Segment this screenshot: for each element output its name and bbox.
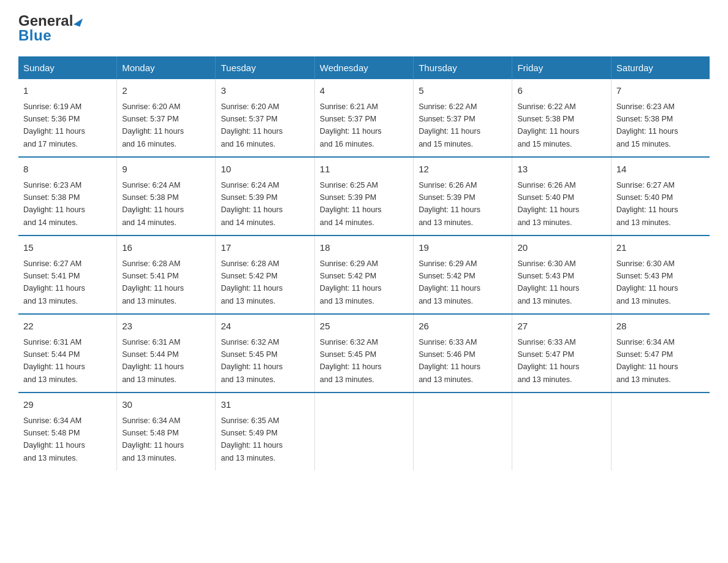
day-number: 11 xyxy=(320,163,408,177)
day-number: 18 xyxy=(320,241,408,255)
calendar-cell: 17 Sunrise: 6:28 AMSunset: 5:42 PMDaylig… xyxy=(216,236,314,314)
day-number: 6 xyxy=(517,84,605,98)
day-info: Sunrise: 6:28 AMSunset: 5:41 PMDaylight:… xyxy=(122,259,184,305)
day-info: Sunrise: 6:35 AMSunset: 5:49 PMDaylight:… xyxy=(221,416,282,462)
day-info: Sunrise: 6:28 AMSunset: 5:42 PMDaylight:… xyxy=(221,259,282,305)
day-info: Sunrise: 6:26 AMSunset: 5:40 PMDaylight:… xyxy=(517,181,579,227)
header-friday: Friday xyxy=(512,56,611,79)
calendar-cell xyxy=(314,393,413,470)
calendar-cell: 24 Sunrise: 6:32 AMSunset: 5:45 PMDaylig… xyxy=(216,314,314,393)
day-info: Sunrise: 6:26 AMSunset: 5:39 PMDaylight:… xyxy=(419,181,480,227)
calendar-cell: 30 Sunrise: 6:34 AMSunset: 5:48 PMDaylig… xyxy=(117,393,216,470)
calendar-cell xyxy=(512,393,611,470)
day-number: 16 xyxy=(122,241,210,255)
header-wednesday: Wednesday xyxy=(314,56,413,79)
calendar-cell: 21 Sunrise: 6:30 AMSunset: 5:43 PMDaylig… xyxy=(611,236,710,314)
day-info: Sunrise: 6:20 AMSunset: 5:37 PMDaylight:… xyxy=(122,102,184,148)
day-number: 27 xyxy=(517,320,605,334)
day-info: Sunrise: 6:29 AMSunset: 5:42 PMDaylight:… xyxy=(419,259,480,305)
day-number: 29 xyxy=(23,398,112,412)
day-info: Sunrise: 6:22 AMSunset: 5:37 PMDaylight:… xyxy=(419,102,480,148)
day-info: Sunrise: 6:27 AMSunset: 5:41 PMDaylight:… xyxy=(23,259,85,305)
calendar-table: Sunday Monday Tuesday Wednesday Thursday… xyxy=(18,56,710,470)
calendar-cell: 18 Sunrise: 6:29 AMSunset: 5:42 PMDaylig… xyxy=(314,236,413,314)
calendar-cell: 7 Sunrise: 6:23 AMSunset: 5:38 PMDayligh… xyxy=(611,79,710,157)
calendar-cell: 9 Sunrise: 6:24 AMSunset: 5:38 PMDayligh… xyxy=(117,157,216,236)
header-tuesday: Tuesday xyxy=(216,56,314,79)
day-number: 30 xyxy=(122,398,210,412)
calendar-cell: 22 Sunrise: 6:31 AMSunset: 5:44 PMDaylig… xyxy=(18,314,117,393)
calendar-cell: 25 Sunrise: 6:32 AMSunset: 5:45 PMDaylig… xyxy=(314,314,413,393)
day-info: Sunrise: 6:30 AMSunset: 5:43 PMDaylight:… xyxy=(517,259,579,305)
day-number: 22 xyxy=(23,320,112,334)
calendar-cell: 3 Sunrise: 6:20 AMSunset: 5:37 PMDayligh… xyxy=(216,79,314,157)
day-number: 8 xyxy=(23,163,112,177)
calendar-cell: 20 Sunrise: 6:30 AMSunset: 5:43 PMDaylig… xyxy=(512,236,611,314)
day-info: Sunrise: 6:30 AMSunset: 5:43 PMDaylight:… xyxy=(616,259,678,305)
calendar-cell: 10 Sunrise: 6:24 AMSunset: 5:39 PMDaylig… xyxy=(216,157,314,236)
day-number: 3 xyxy=(221,84,309,98)
calendar-week-row: 15 Sunrise: 6:27 AMSunset: 5:41 PMDaylig… xyxy=(18,236,710,314)
calendar-cell: 29 Sunrise: 6:34 AMSunset: 5:48 PMDaylig… xyxy=(18,393,117,470)
calendar-week-row: 29 Sunrise: 6:34 AMSunset: 5:48 PMDaylig… xyxy=(18,393,710,470)
header-saturday: Saturday xyxy=(611,56,710,79)
calendar-week-row: 22 Sunrise: 6:31 AMSunset: 5:44 PMDaylig… xyxy=(18,314,710,393)
day-info: Sunrise: 6:31 AMSunset: 5:44 PMDaylight:… xyxy=(23,338,85,384)
day-info: Sunrise: 6:23 AMSunset: 5:38 PMDaylight:… xyxy=(23,181,85,227)
calendar-cell: 31 Sunrise: 6:35 AMSunset: 5:49 PMDaylig… xyxy=(216,393,314,470)
day-number: 17 xyxy=(221,241,309,255)
logo-triangle-icon xyxy=(74,17,83,27)
calendar-cell: 14 Sunrise: 6:27 AMSunset: 5:40 PMDaylig… xyxy=(611,157,710,236)
calendar-cell: 12 Sunrise: 6:26 AMSunset: 5:39 PMDaylig… xyxy=(414,157,512,236)
day-number: 2 xyxy=(122,84,210,98)
calendar-cell: 23 Sunrise: 6:31 AMSunset: 5:44 PMDaylig… xyxy=(117,314,216,393)
calendar-cell: 6 Sunrise: 6:22 AMSunset: 5:38 PMDayligh… xyxy=(512,79,611,157)
header-monday: Monday xyxy=(117,56,216,79)
day-info: Sunrise: 6:20 AMSunset: 5:37 PMDaylight:… xyxy=(221,102,282,148)
day-info: Sunrise: 6:19 AMSunset: 5:36 PMDaylight:… xyxy=(23,102,85,148)
day-info: Sunrise: 6:31 AMSunset: 5:44 PMDaylight:… xyxy=(122,338,184,384)
day-number: 28 xyxy=(616,320,705,334)
page-header: General Blue xyxy=(18,12,710,44)
day-info: Sunrise: 6:33 AMSunset: 5:47 PMDaylight:… xyxy=(517,338,579,384)
day-info: Sunrise: 6:32 AMSunset: 5:45 PMDaylight:… xyxy=(320,338,382,384)
calendar-cell: 13 Sunrise: 6:26 AMSunset: 5:40 PMDaylig… xyxy=(512,157,611,236)
day-number: 1 xyxy=(23,84,112,98)
calendar-cell: 15 Sunrise: 6:27 AMSunset: 5:41 PMDaylig… xyxy=(18,236,117,314)
day-number: 19 xyxy=(419,241,507,255)
day-info: Sunrise: 6:32 AMSunset: 5:45 PMDaylight:… xyxy=(221,338,282,384)
day-info: Sunrise: 6:34 AMSunset: 5:47 PMDaylight:… xyxy=(616,338,678,384)
day-number: 13 xyxy=(517,163,605,177)
calendar-cell: 27 Sunrise: 6:33 AMSunset: 5:47 PMDaylig… xyxy=(512,314,611,393)
calendar-cell: 28 Sunrise: 6:34 AMSunset: 5:47 PMDaylig… xyxy=(611,314,710,393)
day-number: 10 xyxy=(221,163,309,177)
day-number: 15 xyxy=(23,241,112,255)
day-number: 21 xyxy=(616,241,705,255)
day-info: Sunrise: 6:24 AMSunset: 5:39 PMDaylight:… xyxy=(221,181,282,227)
day-number: 24 xyxy=(221,320,309,334)
calendar-cell: 8 Sunrise: 6:23 AMSunset: 5:38 PMDayligh… xyxy=(18,157,117,236)
calendar-cell: 16 Sunrise: 6:28 AMSunset: 5:41 PMDaylig… xyxy=(117,236,216,314)
day-info: Sunrise: 6:33 AMSunset: 5:46 PMDaylight:… xyxy=(419,338,480,384)
day-number: 20 xyxy=(517,241,605,255)
day-number: 7 xyxy=(616,84,705,98)
calendar-cell: 19 Sunrise: 6:29 AMSunset: 5:42 PMDaylig… xyxy=(414,236,512,314)
calendar-cell: 11 Sunrise: 6:25 AMSunset: 5:39 PMDaylig… xyxy=(314,157,413,236)
day-info: Sunrise: 6:29 AMSunset: 5:42 PMDaylight:… xyxy=(320,259,382,305)
calendar-cell xyxy=(414,393,512,470)
logo: General Blue xyxy=(18,12,82,44)
day-info: Sunrise: 6:25 AMSunset: 5:39 PMDaylight:… xyxy=(320,181,382,227)
day-number: 23 xyxy=(122,320,210,334)
day-info: Sunrise: 6:27 AMSunset: 5:40 PMDaylight:… xyxy=(616,181,678,227)
calendar-week-row: 8 Sunrise: 6:23 AMSunset: 5:38 PMDayligh… xyxy=(18,157,710,236)
day-info: Sunrise: 6:22 AMSunset: 5:38 PMDaylight:… xyxy=(517,102,579,148)
calendar-week-row: 1 Sunrise: 6:19 AMSunset: 5:36 PMDayligh… xyxy=(18,79,710,157)
calendar-cell: 4 Sunrise: 6:21 AMSunset: 5:37 PMDayligh… xyxy=(314,79,413,157)
calendar-cell: 5 Sunrise: 6:22 AMSunset: 5:37 PMDayligh… xyxy=(414,79,512,157)
header-thursday: Thursday xyxy=(414,56,512,79)
calendar-cell: 2 Sunrise: 6:20 AMSunset: 5:37 PMDayligh… xyxy=(117,79,216,157)
day-number: 5 xyxy=(419,84,507,98)
day-info: Sunrise: 6:23 AMSunset: 5:38 PMDaylight:… xyxy=(616,102,678,148)
day-number: 14 xyxy=(616,163,705,177)
day-number: 9 xyxy=(122,163,210,177)
